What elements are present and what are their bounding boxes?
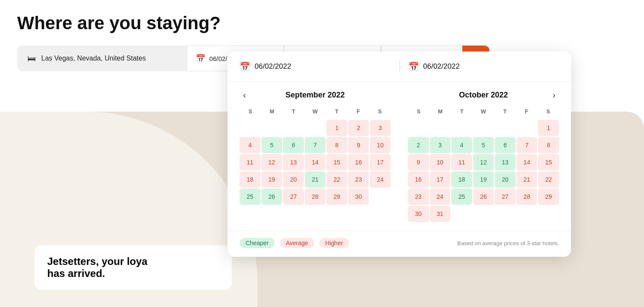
calendar-day[interactable]: 31 [430,206,451,222]
calendar-day[interactable]: 28 [305,188,326,205]
calendar-day[interactable]: 18 [451,171,472,188]
legend-note: Based on average prices of 3-star hotels… [457,240,559,246]
next-month-button[interactable]: › [549,88,559,102]
calendar-day[interactable]: 26 [473,188,494,205]
calendar-day[interactable]: 14 [305,154,326,170]
calendar-day[interactable]: 1 [538,120,559,136]
location-input[interactable]: 🛏 Las Vegas, Nevada, United States [17,46,187,71]
calendar-day[interactable]: 16 [408,171,429,188]
bed-icon: 🛏 [27,54,36,64]
calendar-day[interactable]: 10 [370,137,391,153]
calendar-day [473,120,494,136]
oct-day-header-s2: S [538,106,559,116]
calendar-day[interactable]: 27 [283,188,304,205]
calendar-day[interactable]: 7 [516,137,538,153]
calendar-day[interactable]: 5 [473,137,494,153]
calendar-day[interactable]: 15 [538,154,559,170]
september-grid: S M T W T F S 12345678910111213141516171… [240,106,391,222]
calendar-day[interactable]: 9 [408,154,429,170]
september-header: ‹ September 2022 [240,91,391,100]
calendar-day[interactable]: 21 [305,171,326,188]
calendar-day[interactable]: 6 [283,137,304,153]
oct-day-header-t1: T [451,106,473,116]
calendar-day[interactable]: 17 [370,154,391,170]
calendar-day[interactable]: 29 [326,188,347,205]
calendar-day [538,206,559,222]
october-day-headers: S M T W T F S [408,106,559,116]
calendar-day[interactable]: 25 [451,188,472,205]
calendar-day [516,206,538,222]
october-calendar: October 2022 › S M T W T F S 12345678910… [408,91,559,222]
calendar-day[interactable]: 23 [348,171,369,188]
calendar-day[interactable]: 5 [261,137,283,153]
calendars-container: ‹ September 2022 S M T W T F S 123456789… [228,82,571,231]
calendar-day[interactable]: 30 [408,206,429,222]
higher-badge: Higher [319,238,349,248]
calendar-day[interactable]: 2 [348,120,369,136]
calendar-day[interactable]: 28 [516,188,538,205]
calendar-day[interactable]: 2 [408,137,429,153]
oct-day-header-m1: M [429,106,451,116]
calendar-checkin-value: 06/02/2022 [255,62,291,71]
calendar-day [305,120,326,136]
calendar-day[interactable]: 24 [370,171,391,188]
calendar-day [261,120,283,136]
calendar-day[interactable]: 4 [240,137,261,153]
calendar-day[interactable]: 13 [495,154,516,170]
calendar-day[interactable]: 30 [348,188,369,205]
hero-line2: has arrived. [47,267,105,279]
calendar-day [451,206,472,222]
calendar-day [305,206,326,222]
calendar-checkout-field[interactable]: 📅 06/02/2022 [408,61,559,72]
calendar-day[interactable]: 4 [451,137,472,153]
calendar-day[interactable]: 24 [430,188,451,205]
calendar-day[interactable]: 16 [348,154,369,170]
calendar-day[interactable]: 1 [326,120,347,136]
calendar-day[interactable]: 11 [451,154,472,170]
calendar-day[interactable]: 22 [538,171,559,188]
calendar-day [348,206,369,222]
location-value: Las Vegas, Nevada, United States [41,55,146,62]
legend-items: Cheaper Average Higher [240,238,349,248]
october-days: 1234567891011121314151617181920212223242… [408,120,559,222]
calendar-day[interactable]: 6 [495,137,516,153]
calendar-day[interactable]: 3 [370,120,391,136]
average-badge: Average [280,238,314,248]
calendar-legend: Cheaper Average Higher Based on average … [228,231,571,257]
calendar-day[interactable]: 23 [408,188,429,205]
calendar-icon-checkin: 📅 [196,54,205,63]
calendar-day[interactable]: 7 [305,137,326,153]
calendar-day[interactable]: 3 [430,137,451,153]
calendar-day[interactable]: 18 [240,171,261,188]
calendar-day [370,188,391,205]
calendar-day[interactable]: 17 [430,171,451,188]
calendar-day[interactable]: 15 [326,154,347,170]
calendar-day[interactable]: 8 [538,137,559,153]
calendar-day[interactable]: 26 [261,188,283,205]
calendar-day[interactable]: 22 [326,171,347,188]
calendar-day[interactable]: 29 [538,188,559,205]
calendar-day[interactable]: 19 [261,171,283,188]
calendar-day[interactable]: 20 [495,171,516,188]
calendar-date-inputs: 📅 06/02/2022 📅 06/02/2022 [228,52,571,82]
calendar-day[interactable]: 20 [283,171,304,188]
calendar-day[interactable]: 12 [261,154,283,170]
calendar-day[interactable]: 27 [495,188,516,205]
calendar-day[interactable]: 21 [516,171,538,188]
calendar-day[interactable]: 11 [240,154,261,170]
calendar-checkin-field[interactable]: 📅 06/02/2022 [240,61,391,72]
calendar-day[interactable]: 14 [516,154,538,170]
day-header-w1: W [304,106,326,116]
calendar-day[interactable]: 25 [240,188,261,205]
day-header-t1: T [283,106,304,116]
calendar-day[interactable]: 13 [283,154,304,170]
calendar-day[interactable]: 8 [326,137,347,153]
calendar-icon-right: 📅 [408,61,419,72]
calendar-day[interactable]: 12 [473,154,494,170]
calendar-day[interactable]: 10 [430,154,451,170]
calendar-day[interactable]: 19 [473,171,494,188]
day-header-f1: F [347,106,369,116]
prev-month-button[interactable]: ‹ [240,88,249,102]
september-days: 1234567891011121314151617181920212223242… [240,120,391,222]
calendar-day[interactable]: 9 [348,137,369,153]
